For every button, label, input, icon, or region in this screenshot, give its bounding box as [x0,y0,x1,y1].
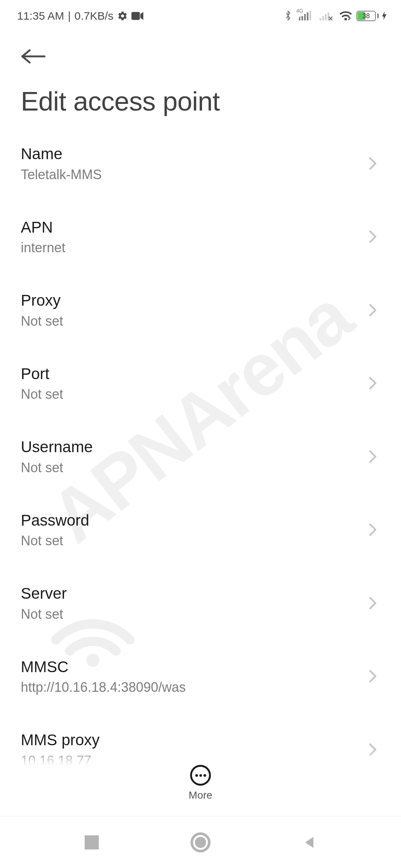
svg-rect-5 [307,12,308,20]
svg-rect-6 [310,11,311,20]
header: Edit access point [0,28,401,127]
row-proxy[interactable]: Proxy Not set [21,274,380,347]
circle-icon [190,832,211,852]
page-title: Edit access point [21,87,380,116]
status-left: 11:35 AM | 0.7KB/s [17,10,143,22]
status-speed: 0.7KB/s [75,10,114,22]
row-value: Not set [21,386,358,402]
svg-rect-1 [131,12,140,20]
more-label: More [189,789,212,801]
nav-home-button[interactable] [189,831,212,854]
row-value: http://10.16.18.4:38090/was [21,679,358,696]
row-port[interactable]: Port Not set [21,347,380,421]
row-apn[interactable]: APN internet [21,201,380,274]
arrow-left-icon [21,49,46,64]
signal-1-icon: 4G [298,11,314,21]
row-server[interactable]: Server Not set [21,567,380,640]
battery-indicator: 38 [356,11,377,21]
row-title: MMS proxy [21,730,358,750]
wifi-icon [339,11,352,21]
battery-pct: 38 [356,11,376,21]
square-icon [85,835,99,849]
more-button[interactable]: More [0,750,401,801]
camera-icon [131,12,143,20]
status-bar: 11:35 AM | 0.7KB/s 4G [0,0,401,28]
bluetooth-icon [284,10,293,22]
chevron-right-icon [365,229,380,244]
row-password[interactable]: Password Not set [21,494,380,567]
row-title: Password [21,511,358,530]
nav-back-button[interactable] [298,831,320,854]
system-nav-bar [0,816,401,868]
svg-rect-9 [325,14,326,20]
row-username[interactable]: Username Not set [21,420,380,494]
row-title: Port [21,364,358,384]
status-right: 4G [284,10,388,22]
row-title: Name [21,144,358,164]
row-title: APN [21,218,358,237]
signal-2-icon [319,11,335,21]
row-value: Teletalk-MMS [21,166,358,183]
more-icon [190,765,211,786]
chevron-right-icon [365,596,380,611]
status-time: 11:35 AM [17,10,64,22]
chevron-right-icon [365,376,380,391]
row-name[interactable]: Name Teletalk-MMS [21,127,380,201]
svg-rect-3 [301,16,303,20]
row-value: Not set [21,313,358,329]
signal-net-label: 4G [296,8,303,14]
row-mmsc[interactable]: MMSC http://10.16.18.4:38090/was [21,640,380,714]
chevron-right-icon [365,669,380,684]
status-sep: | [68,10,71,22]
chevron-right-icon [365,449,380,464]
row-value: Not set [21,459,358,476]
svg-rect-4 [304,14,306,20]
svg-rect-7 [320,18,321,20]
svg-point-11 [345,18,347,20]
row-value: internet [21,239,358,256]
row-title: Proxy [21,291,358,310]
charging-icon [382,11,388,21]
triangle-left-icon [301,834,317,851]
svg-rect-8 [322,16,324,20]
gear-icon [117,11,128,21]
back-button[interactable] [21,43,48,70]
row-title: MMSC [21,657,358,677]
row-title: Server [21,584,358,604]
chevron-right-icon [365,303,380,318]
settings-list: Name Teletalk-MMS APN internet Proxy Not… [0,127,401,787]
nav-recent-button[interactable] [81,831,103,854]
chevron-right-icon [365,522,380,537]
row-title: Username [21,437,358,457]
row-value: Not set [21,606,358,622]
chevron-right-icon [365,156,380,171]
row-value: Not set [21,532,358,549]
